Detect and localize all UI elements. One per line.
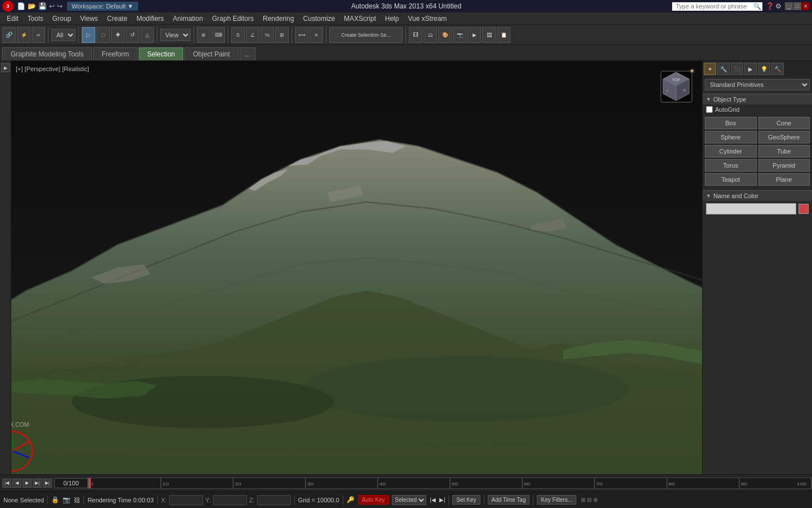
rotate-btn[interactable]: ↺ — [126, 27, 139, 43]
save-icon[interactable]: 💾 — [38, 2, 47, 10]
hierarchy-panel-btn[interactable]: ⬛ — [731, 63, 743, 75]
cylinder-button[interactable]: Cylinder — [705, 145, 757, 157]
menu-customize[interactable]: Customize — [298, 14, 339, 24]
play-btn[interactable]: ▶ — [23, 479, 32, 488]
prev-frame-btn[interactable]: ◀ — [12, 479, 21, 488]
prev-key-icon[interactable]: |◀ — [430, 497, 436, 503]
quick-render-btn[interactable]: ▶ — [467, 27, 481, 43]
close-button[interactable]: ✕ — [802, 2, 810, 10]
create-panel-btn[interactable]: ✦ — [704, 63, 716, 75]
redo-icon[interactable]: ↪ — [57, 2, 63, 10]
use-pivot-center[interactable]: ⊕ — [197, 27, 210, 43]
select-btn[interactable]: ▷ — [82, 27, 95, 43]
autokey-button[interactable]: Auto Key — [358, 495, 389, 505]
y-input[interactable] — [213, 495, 247, 505]
torus-button[interactable]: Torus — [705, 159, 757, 172]
box-button[interactable]: Box — [705, 117, 757, 129]
next-key-icon[interactable]: ▶| — [439, 497, 445, 503]
left-tool-1[interactable]: ▶ — [1, 63, 10, 72]
batch-render-btn[interactable]: 📋 — [497, 27, 510, 43]
move-btn[interactable]: ✚ — [111, 27, 125, 43]
pyramid-button[interactable]: Pyramid — [758, 159, 810, 172]
menu-edit[interactable]: Edit — [2, 14, 23, 24]
menu-vue-xstream[interactable]: Vue xStream — [403, 14, 451, 24]
menu-help[interactable]: Help — [381, 14, 404, 24]
create-selection-set-btn[interactable]: Create Selection Se... — [329, 27, 403, 43]
schematic-view-btn[interactable]: 🗂 — [423, 27, 437, 43]
selected-dropdown[interactable]: Selected — [392, 495, 426, 505]
menu-create[interactable]: Create — [103, 14, 132, 24]
sphere-button[interactable]: Sphere — [705, 131, 757, 143]
menu-maxscript[interactable]: MAXScript — [339, 14, 381, 24]
tab-extra[interactable]: ... — [240, 47, 255, 60]
view-select[interactable]: View — [160, 29, 191, 41]
nav-cube[interactable]: TOP R L ☀ — [655, 65, 698, 108]
teapot-button[interactable]: Teapot — [705, 173, 757, 186]
workspace-selector[interactable]: Workspace: Default ▼ — [67, 2, 138, 11]
viewport[interactable]: [+] [Perspective] [Realistic] — [11, 61, 702, 474]
color-swatch[interactable] — [798, 204, 809, 214]
menu-graph-editors[interactable]: Graph Editors — [208, 14, 258, 24]
settings-icon[interactable]: ⚙ — [775, 2, 782, 10]
name-color-header[interactable]: ▼ Name and Color — [703, 190, 812, 201]
tab-graphite-modeling-tools[interactable]: Graphite Modeling Tools — [2, 47, 92, 60]
snap-angle[interactable]: ∠ — [246, 27, 259, 43]
add-time-tag-button[interactable]: Add Time Tag — [488, 495, 530, 505]
primitives-dropdown[interactable]: Standard Primitives — [705, 79, 810, 90]
display-panel-btn[interactable]: 💡 — [758, 63, 770, 75]
select-link-btn[interactable]: 🔗 — [2, 27, 16, 43]
keyboard-shortcut-btn[interactable]: ⌨ — [211, 27, 225, 43]
key-filters-button[interactable]: Key Filters... — [537, 495, 576, 505]
geosphere-button[interactable]: GeoSphere — [758, 131, 810, 143]
go-to-end-btn[interactable]: ▶| — [43, 479, 52, 488]
restore-button[interactable]: □ — [793, 2, 801, 10]
cone-button[interactable]: Cone — [758, 117, 810, 129]
snap-toggle-3d[interactable]: S — [231, 27, 245, 43]
menu-tools[interactable]: Tools — [23, 14, 48, 24]
chain-icon[interactable]: ⛓ — [74, 497, 80, 503]
undo-icon[interactable]: ↩ — [49, 2, 55, 10]
search-input[interactable] — [676, 3, 753, 10]
filter-select[interactable]: All — [51, 29, 76, 41]
tab-freeform[interactable]: Freeform — [93, 47, 138, 60]
align-btn[interactable]: ≡ — [310, 27, 323, 43]
select-region-btn[interactable]: □ — [96, 27, 110, 43]
render-to-texture-btn[interactable]: 🖼 — [482, 27, 496, 43]
material-editor-btn[interactable]: 🎨 — [438, 27, 452, 43]
tube-button[interactable]: Tube — [758, 145, 810, 157]
autogrid-checkbox[interactable] — [706, 106, 713, 113]
go-to-start-btn[interactable]: |◀ — [2, 479, 11, 488]
tab-object-paint[interactable]: Object Paint — [184, 47, 238, 60]
menu-views[interactable]: Views — [76, 14, 103, 24]
set-key-button[interactable]: Set Key — [452, 495, 480, 505]
help-icon[interactable]: ❓ — [766, 2, 774, 10]
unlink-btn[interactable]: ⚡ — [17, 27, 30, 43]
key-icon[interactable]: 🔑 — [347, 496, 355, 503]
tab-selection[interactable]: Selection — [139, 47, 183, 60]
z-input[interactable] — [257, 495, 291, 505]
next-frame-btn[interactable]: ▶| — [33, 479, 42, 488]
object-type-header[interactable]: ▼ Object Type — [703, 94, 812, 104]
render-setup-btn[interactable]: 📷 — [453, 27, 466, 43]
snap-spinner[interactable]: ⊞ — [275, 27, 289, 43]
utilities-panel-btn[interactable]: 🔨 — [771, 63, 784, 75]
camera-icon[interactable]: 📷 — [63, 496, 70, 503]
plane-button[interactable]: Plane — [758, 173, 810, 186]
bind-space-warp-btn[interactable]: ∞ — [32, 27, 45, 43]
menu-modifiers[interactable]: Modifiers — [132, 14, 169, 24]
snap-percent[interactable]: % — [261, 27, 274, 43]
menu-group[interactable]: Group — [48, 14, 76, 24]
minimize-button[interactable]: _ — [785, 2, 793, 10]
new-icon[interactable]: 📄 — [17, 2, 25, 10]
menu-rendering[interactable]: Rendering — [258, 14, 298, 24]
modify-panel-btn[interactable]: 🔧 — [717, 63, 730, 75]
mirror-btn[interactable]: ⟺ — [295, 27, 308, 43]
frame-counter[interactable]: 0/100 — [54, 478, 88, 488]
track-view-btn[interactable]: 🎞 — [409, 27, 422, 43]
object-name-input[interactable] — [706, 203, 796, 214]
menu-animation[interactable]: Animation — [169, 14, 208, 24]
scale-btn[interactable]: △ — [140, 27, 154, 43]
animation-track[interactable]: 0 10 20 30 40 50 60 70 80 90 100 — [88, 478, 812, 489]
x-input[interactable] — [169, 495, 203, 505]
open-icon[interactable]: 📂 — [28, 2, 36, 10]
